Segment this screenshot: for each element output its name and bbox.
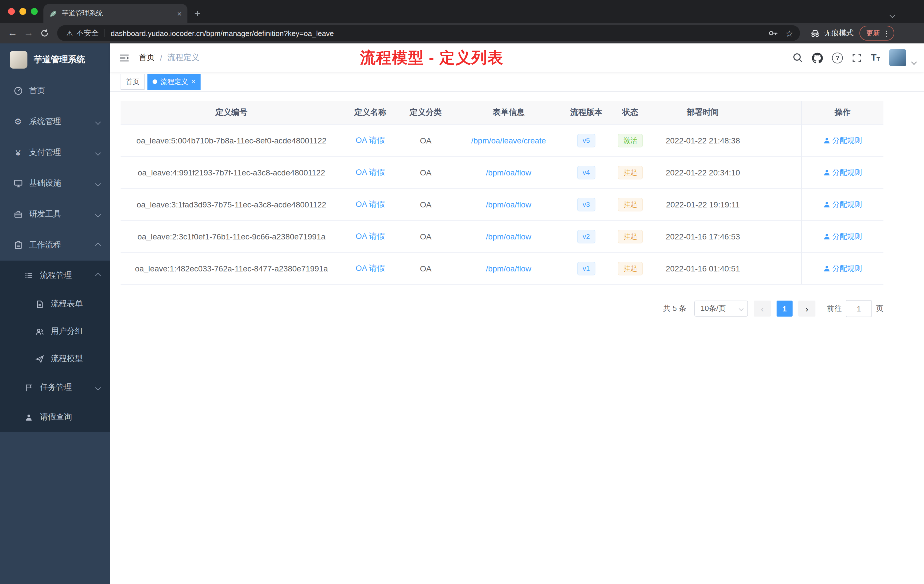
toolbox-icon <box>13 210 23 219</box>
browser-toolbar: ← → ⚠ 不安全 dashboard.yudao.iocoder.cn/bpm… <box>0 23 924 43</box>
list-icon <box>24 271 34 280</box>
sidebar-item-process-form[interactable]: 流程表单 <box>0 290 110 318</box>
definition-name-link[interactable]: OA 请假 <box>356 167 385 177</box>
tab-strip: 芋道管理系统 × + <box>0 0 924 23</box>
col-status: 状态 <box>609 101 652 124</box>
menu-dots-icon[interactable]: ⋮ <box>883 29 890 38</box>
definition-table: 定义编号 定义名称 定义分类 表单信息 流程版本 状态 部署时间 操作 oa_l… <box>120 101 883 285</box>
version-badge[interactable]: v4 <box>577 165 596 179</box>
active-dot-icon <box>153 79 157 84</box>
app-logo[interactable]: 芋道管理系统 <box>0 43 110 76</box>
definition-category: OA <box>398 125 453 156</box>
form-link[interactable]: /bpm/oa/flow <box>486 264 531 273</box>
user-group-icon <box>35 327 45 336</box>
avatar[interactable] <box>889 49 906 66</box>
version-badge[interactable]: v3 <box>577 198 596 211</box>
version-badge[interactable]: v1 <box>577 261 596 275</box>
version-badge[interactable]: v5 <box>577 134 596 147</box>
security-label: 不安全 <box>76 28 99 38</box>
sidebar-item-infra[interactable]: 基础设施 <box>0 168 110 199</box>
page-unit-label: 页 <box>876 304 883 314</box>
help-icon[interactable]: ? <box>832 52 843 63</box>
definition-id: oa_leave:4:991f2193-7b7f-11ec-a3c8-acde4… <box>120 157 342 188</box>
sidebar-item-process-model[interactable]: 流程模型 <box>0 345 110 373</box>
window-minimize-button[interactable] <box>20 8 26 15</box>
assign-rule-link[interactable]: 分配规则 <box>823 199 862 210</box>
form-link[interactable]: /bpm/oa/leave/create <box>471 136 546 145</box>
assign-rule-link[interactable]: 分配规则 <box>823 135 862 145</box>
bookmark-star-icon[interactable]: ☆ <box>785 29 793 38</box>
tag-home[interactable]: 首页 <box>120 74 145 90</box>
tag-process-definition[interactable]: 流程定义 × <box>147 74 201 90</box>
col-process-version: 流程版本 <box>564 101 609 124</box>
tab-search-chevron-icon[interactable] <box>890 9 894 20</box>
definition-category: OA <box>398 252 453 284</box>
sidebar-item-system[interactable]: ⚙ 系统管理 <box>0 106 110 137</box>
url-text[interactable]: dashboard.yudao.iocoder.cn/bpm/manager/d… <box>111 29 768 38</box>
window-zoom-button[interactable] <box>31 8 38 15</box>
form-link[interactable]: /bpm/oa/flow <box>486 168 531 177</box>
table-row: oa_leave:3:1fad3d93-7b75-11ec-a3c8-acde4… <box>120 188 883 221</box>
definition-name-link[interactable]: OA 请假 <box>356 231 385 241</box>
deploy-time: 2022-01-16 01:40:51 <box>652 252 754 284</box>
goto-page-input[interactable] <box>846 300 872 317</box>
definition-name-link[interactable]: OA 请假 <box>356 135 385 145</box>
definition-name-link[interactable]: OA 请假 <box>356 199 385 210</box>
person-icon <box>823 137 830 144</box>
tab-close-icon[interactable]: × <box>177 10 182 17</box>
security-indicator[interactable]: ⚠ 不安全 <box>66 28 99 38</box>
page-number-button[interactable]: 1 <box>777 300 792 317</box>
font-size-icon[interactable]: TT <box>871 53 880 62</box>
prev-page-button[interactable]: ‹ <box>754 300 771 317</box>
next-page-button[interactable]: › <box>798 300 815 317</box>
sidebar-item-devtools[interactable]: 研发工具 <box>0 199 110 230</box>
address-bar[interactable]: ⚠ 不安全 dashboard.yudao.iocoder.cn/bpm/man… <box>57 25 800 41</box>
app-title: 芋道管理系统 <box>34 54 85 65</box>
deploy-time: 2022-01-22 21:48:38 <box>652 125 754 156</box>
dashboard-icon <box>13 86 23 96</box>
breadcrumb-home[interactable]: 首页 <box>139 53 155 63</box>
sidebar-item-home[interactable]: 首页 <box>0 76 110 106</box>
fullscreen-icon[interactable] <box>852 53 862 63</box>
browser-tab[interactable]: 芋道管理系统 × <box>43 4 187 23</box>
clipboard-icon <box>13 241 23 250</box>
col-deploy-time: 部署时间 <box>652 101 754 124</box>
tags-view-bar: 首页 流程定义 × <box>110 72 924 92</box>
incognito-badge: 无痕模式 <box>810 28 854 38</box>
assign-rule-link[interactable]: 分配规则 <box>823 167 862 177</box>
forward-icon[interactable]: → <box>21 25 36 41</box>
chevron-down-icon <box>739 306 744 311</box>
person-icon <box>24 413 34 421</box>
sidebar-item-leave-query[interactable]: 请假查询 <box>0 402 110 432</box>
assign-rule-link[interactable]: 分配规则 <box>823 263 862 274</box>
window-close-button[interactable] <box>8 8 15 15</box>
sidebar-menu: 首页 ⚙ 系统管理 ¥ 支付管理 基础设施 <box>0 76 110 432</box>
gear-icon: ⚙ <box>13 117 23 127</box>
github-icon[interactable] <box>812 52 823 63</box>
reload-icon[interactable] <box>36 25 53 41</box>
password-key-icon[interactable] <box>768 28 778 38</box>
form-link[interactable]: /bpm/oa/flow <box>486 200 531 209</box>
version-badge[interactable]: v2 <box>577 229 596 243</box>
sidebar-collapse-icon[interactable] <box>119 53 129 62</box>
tag-close-icon[interactable]: × <box>191 78 195 85</box>
avatar-chevron-down-icon[interactable] <box>912 56 916 66</box>
sidebar-item-process-mgmt[interactable]: 流程管理 <box>0 261 110 290</box>
definition-name-link[interactable]: OA 请假 <box>356 263 385 274</box>
sidebar-item-workflow[interactable]: 工作流程 <box>0 230 110 261</box>
person-icon <box>823 233 830 240</box>
form-link[interactable]: /bpm/oa/flow <box>486 232 531 241</box>
new-tab-button[interactable]: + <box>194 8 201 19</box>
search-icon[interactable] <box>792 53 803 63</box>
back-icon[interactable]: ← <box>5 25 21 41</box>
sidebar-item-task-mgmt[interactable]: 任务管理 <box>0 373 110 402</box>
sidebar-item-user-group[interactable]: 用户分组 <box>0 318 110 345</box>
page-size-select[interactable]: 10条/页 <box>694 300 748 317</box>
breadcrumb-current: 流程定义 <box>167 53 200 63</box>
assign-rule-link[interactable]: 分配规则 <box>823 231 862 241</box>
tab-title: 芋道管理系统 <box>62 8 173 18</box>
definition-id: oa_leave:5:004b710b-7b8a-11ec-8ef0-acde4… <box>120 125 342 156</box>
sidebar-item-payment[interactable]: ¥ 支付管理 <box>0 137 110 168</box>
deploy-time: 2022-01-22 20:34:10 <box>652 157 754 188</box>
update-button[interactable]: 更新 ⋮ <box>860 26 894 41</box>
